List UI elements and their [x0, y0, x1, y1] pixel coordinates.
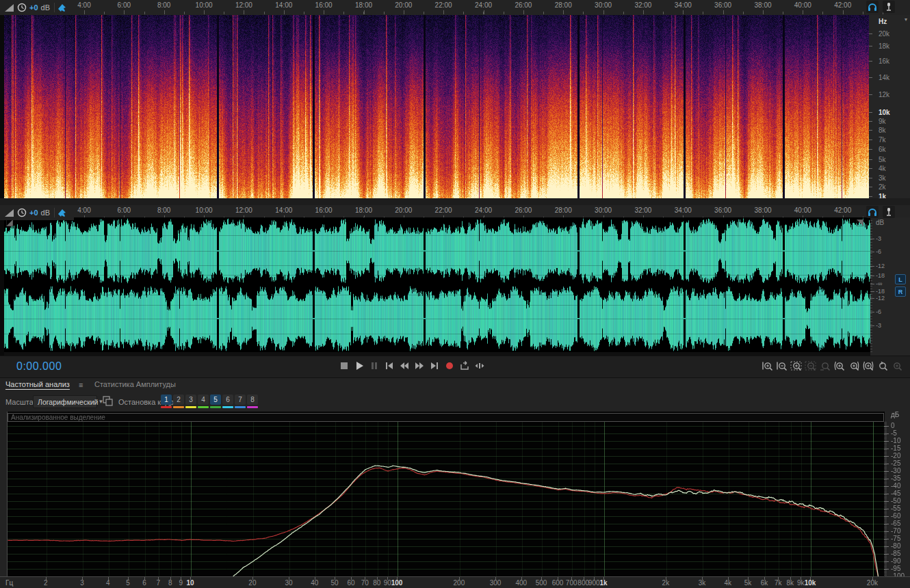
- pause-button[interactable]: [368, 360, 380, 372]
- amplitude-scale-label: -18: [876, 288, 885, 295]
- hold-number: 7: [235, 395, 246, 405]
- scale-menu-arrow[interactable]: ▾: [905, 16, 907, 23]
- amplitude-scale[interactable]: L R dB-3-6-12-18-∞-18-12-6-3: [870, 217, 910, 356]
- db-axis-minor-tick: [884, 559, 887, 559]
- frequency-plot[interactable]: Анализированное выделение: [7, 412, 884, 576]
- amplitude-scale-tick: [870, 256, 872, 256]
- amplitude-scale-tick: [870, 298, 874, 299]
- frequency-scale-label: 9k: [879, 118, 886, 125]
- amplitude-scale-tick: [870, 252, 874, 252]
- clock-icon[interactable]: [17, 3, 27, 12]
- timecode-display[interactable]: 0:00.000: [16, 360, 62, 373]
- hold-button-7[interactable]: 7: [235, 395, 246, 408]
- zoom-out-selection-button[interactable]: [805, 360, 817, 372]
- zoom-out-amplitude-button[interactable]: [776, 360, 788, 372]
- fade-icon[interactable]: [4, 209, 14, 217]
- spectrogram-time-ruler[interactable]: +0 dB 4:006:008:0010:0012:0014:0016:0018…: [0, 0, 910, 16]
- time-ruler-label: 18:00: [355, 1, 372, 9]
- amplitude-scale-tick: [870, 313, 872, 314]
- db-axis-tick: [884, 546, 889, 547]
- time-ruler-label: 20:00: [395, 1, 412, 9]
- zoom-to-selection-button[interactable]: [790, 360, 803, 372]
- headphones-icon[interactable]: [866, 206, 879, 218]
- frequency-axis[interactable]: Гц 2345678910203040506070809010020030040…: [0, 576, 910, 588]
- tab-amplitude-statistics[interactable]: Статистика Амплитуды: [94, 380, 176, 388]
- channel-left-badge[interactable]: L: [895, 274, 906, 284]
- panel-corner-icon[interactable]: [6, 219, 13, 226]
- clock-icon[interactable]: [17, 208, 27, 217]
- zoom-in-full-button[interactable]: [891, 360, 903, 372]
- pin-icon[interactable]: [57, 3, 66, 12]
- panel-menu-icon[interactable]: ≡: [79, 381, 83, 389]
- amplitude-scale-tick: [870, 299, 872, 300]
- db-axis-minor-tick: [884, 422, 887, 423]
- frequency-axis-label: 6: [142, 579, 146, 587]
- panel-corner-icon[interactable]: [857, 219, 863, 226]
- frequency-axis-label: 800: [577, 579, 589, 587]
- record-button[interactable]: [443, 360, 456, 372]
- microphone-icon[interactable]: [883, 206, 895, 218]
- amplitude-scale-tick: [870, 312, 874, 312]
- db-axis-minor-tick: [884, 483, 887, 484]
- headphones-icon[interactable]: [866, 1, 879, 13]
- time-ruler-tick: [184, 12, 185, 14]
- db-axis-minor-tick: [884, 457, 887, 457]
- hold-button-1[interactable]: 1: [161, 395, 172, 408]
- frequency-plot-canvas[interactable]: [8, 412, 885, 576]
- zoom-reset-button[interactable]: [819, 360, 831, 372]
- skip-to-start-button[interactable]: [383, 360, 395, 372]
- loop-playback-button[interactable]: [458, 360, 471, 372]
- channel-right-badge[interactable]: R: [895, 286, 906, 297]
- time-ruler-label: 26:00: [515, 1, 532, 9]
- skip-to-end-button[interactable]: [428, 360, 441, 372]
- time-ruler-tick: [244, 10, 244, 14]
- zoom-in-right-edge-button[interactable]: [848, 360, 860, 372]
- gain-value[interactable]: +0: [29, 209, 38, 217]
- skip-selection-button[interactable]: [473, 360, 486, 372]
- db-axis-label: -20: [891, 452, 900, 459]
- stop-button[interactable]: [338, 360, 350, 372]
- time-ruler-tick: [703, 12, 703, 14]
- db-axis-minor-tick: [884, 532, 887, 533]
- copy-icon[interactable]: [103, 396, 113, 406]
- fast-forward-button[interactable]: [413, 360, 426, 372]
- db-axis-minor-tick: [884, 556, 887, 557]
- time-ruler-label: 14:00: [275, 1, 292, 9]
- pin-icon[interactable]: [57, 209, 66, 217]
- scale-dropdown[interactable]: Логарифмический ▼: [33, 395, 97, 408]
- hold-button-5[interactable]: 5: [210, 395, 221, 408]
- waveform-display[interactable]: [4, 217, 870, 352]
- zoom-time-refresh-button[interactable]: [876, 360, 889, 372]
- amplitude-scale-tick: [870, 258, 872, 259]
- microphone-icon[interactable]: [883, 1, 895, 13]
- rewind-button[interactable]: [398, 360, 411, 372]
- frequency-axis-label: 50: [331, 579, 339, 587]
- hold-button-4[interactable]: 4: [198, 395, 209, 408]
- zoom-in-amplitude-button[interactable]: [762, 360, 774, 372]
- db-axis-tick: [884, 464, 889, 464]
- frequency-axis-label: 500: [536, 579, 547, 587]
- analyzed-selection-bar[interactable]: Анализированное выделение: [8, 413, 884, 422]
- tab-frequency-analysis[interactable]: Частотный анализ: [5, 380, 70, 390]
- fade-icon[interactable]: [4, 3, 14, 12]
- scale-dropdown-value: Логарифмический: [38, 398, 98, 406]
- hold-button-3[interactable]: 3: [185, 395, 196, 408]
- frequency-axis-label: 70: [361, 579, 369, 587]
- amplitude-scale-tick: [870, 289, 872, 289]
- frequency-scale[interactable]: ▾ Hz20k18k16k14k12k10k9k8k7k6k5k4k3k2k1k: [869, 15, 910, 198]
- time-ruler-label: 28:00: [555, 1, 572, 9]
- time-ruler-label: 14:00: [275, 206, 292, 214]
- zoom-selection-bounds-button[interactable]: [862, 360, 874, 372]
- transport-bar: 0:00.000: [0, 356, 910, 378]
- gain-value[interactable]: +0: [29, 3, 38, 12]
- hold-button-2[interactable]: 2: [173, 395, 184, 408]
- hold-button-8[interactable]: 8: [247, 395, 258, 408]
- play-button[interactable]: [353, 360, 365, 372]
- frequency-scale-label: 14k: [879, 74, 889, 81]
- spectrogram-display[interactable]: [4, 15, 869, 198]
- time-ruler-tick: [504, 12, 504, 14]
- amplitude-scale-tick: [870, 239, 872, 240]
- db-axis-minor-tick: [884, 423, 887, 424]
- zoom-in-left-edge-button[interactable]: [833, 360, 846, 372]
- hold-button-6[interactable]: 6: [222, 395, 233, 408]
